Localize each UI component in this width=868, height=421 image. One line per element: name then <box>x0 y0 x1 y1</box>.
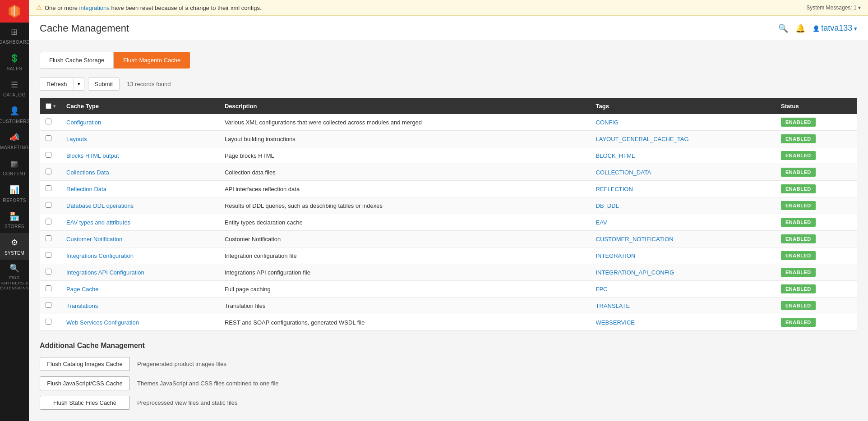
sales-icon: 💲 <box>9 53 20 64</box>
cache-type-link[interactable]: EAV types and attributes <box>66 219 130 226</box>
sidebar-item-partners[interactable]: 🔍 FIND PARTNERS & EXTENSIONS <box>0 260 29 295</box>
row-checkbox-cell <box>40 131 61 147</box>
magento-logo[interactable] <box>0 0 29 23</box>
additional-cache-description: Pregenerated product images files <box>137 361 226 367</box>
row-status: ENABLED <box>776 281 857 297</box>
additional-cache-description: Themes JavaScript and CSS files combined… <box>137 380 279 387</box>
row-description: API interfaces reflection data <box>219 181 591 197</box>
table-header-description: Description <box>219 98 591 114</box>
stores-icon: 🏪 <box>9 211 20 222</box>
row-tags: WEBSERVICE <box>591 314 776 331</box>
sidebar-item-system[interactable]: ⚙ SYSTEM <box>0 233 29 259</box>
sidebar-item-dashboard[interactable]: ⊞ DASHBOARD <box>0 23 29 49</box>
status-badge: ENABLED <box>781 168 816 177</box>
status-badge: ENABLED <box>781 151 816 160</box>
sidebar-item-catalog[interactable]: ☰ CATALOG <box>0 75 29 101</box>
partners-icon: 🔍 <box>9 263 20 274</box>
table-row: Database DDL operations Results of DDL q… <box>40 197 857 214</box>
search-icon[interactable]: 🔍 <box>778 23 788 33</box>
additional-cache-button[interactable]: Flush Catalog Images Cache <box>40 357 130 371</box>
sidebar-item-customers[interactable]: 👤 CUSTOMERS <box>0 101 29 128</box>
additional-cache-button[interactable]: Flush JavaScript/CSS Cache <box>40 376 130 390</box>
sidebar-item-sales[interactable]: 💲 SALES <box>0 49 29 75</box>
cache-type-link[interactable]: Reflection Data <box>66 186 106 192</box>
dashboard-icon: ⊞ <box>11 27 18 37</box>
cache-type-link[interactable]: Integrations Configuration <box>66 252 134 259</box>
status-badge: ENABLED <box>781 284 816 293</box>
system-messages[interactable]: System Messages: 1 ▾ <box>806 5 861 11</box>
row-checkbox[interactable] <box>46 285 51 291</box>
additional-cache-button[interactable]: Flush Static Files Cache <box>40 396 130 410</box>
cache-type-link[interactable]: Page Cache <box>66 286 99 293</box>
sidebar-item-content[interactable]: ▦ CONTENT <box>0 154 29 180</box>
select-all-checkbox[interactable] <box>46 103 51 109</box>
table-row: Integrations API Configuration Integrati… <box>40 264 857 281</box>
sidebar-item-marketing[interactable]: 📣 MARKETING <box>0 128 29 154</box>
cache-type-link[interactable]: Web Services Configuration <box>66 319 139 326</box>
row-checkbox[interactable] <box>46 252 51 258</box>
row-tags: LAYOUT_GENERAL_CACHE_TAG <box>591 131 776 147</box>
submit-button[interactable]: Submit <box>88 78 120 91</box>
cache-type-link[interactable]: Layouts <box>66 136 87 142</box>
row-checkbox-cell <box>40 197 61 214</box>
row-checkbox[interactable] <box>46 119 51 124</box>
cache-type-link[interactable]: Collections Data <box>66 169 109 176</box>
row-checkbox[interactable] <box>46 319 51 325</box>
table-row: Integrations Configuration Integration c… <box>40 247 857 264</box>
sidebar-item-reports[interactable]: 📊 REPORTS <box>0 180 29 206</box>
row-description: Full page caching <box>219 281 591 297</box>
row-checkbox[interactable] <box>46 235 51 241</box>
row-description: Integration configuration file <box>219 247 591 264</box>
cache-type-link[interactable]: Translations <box>66 302 98 309</box>
row-checkbox[interactable] <box>46 219 51 224</box>
system-icon: ⚙ <box>11 238 18 248</box>
row-cache-type: Configuration <box>61 114 219 131</box>
cache-type-link[interactable]: Configuration <box>66 119 101 126</box>
reports-icon: 📊 <box>9 185 20 195</box>
row-checkbox[interactable] <box>46 135 51 141</box>
row-cache-type: Database DDL operations <box>61 197 219 214</box>
records-count: 13 records found <box>127 81 171 87</box>
cache-type-link[interactable]: Integrations API Configuration <box>66 269 144 276</box>
sidebar-item-label: STORES <box>5 224 24 229</box>
row-checkbox[interactable] <box>46 202 51 208</box>
row-description: Various XML configurations that were col… <box>219 114 591 131</box>
row-description: Entity types declaration cache <box>219 214 591 231</box>
cache-type-link[interactable]: Customer Notification <box>66 236 122 243</box>
cache-table: ▾ Cache Type Description Tags Status Con… <box>40 98 857 331</box>
notifications-icon[interactable]: 🔔 <box>795 23 805 33</box>
cache-type-link[interactable]: Blocks HTML output <box>66 152 119 159</box>
row-cache-type: Page Cache <box>61 281 219 297</box>
row-checkbox-cell <box>40 164 61 181</box>
refresh-dropdown-button[interactable]: ▾ <box>74 78 84 91</box>
row-checkbox-cell <box>40 314 61 331</box>
warning-icon: ⚠ <box>36 4 42 12</box>
tab-flush-magento-cache[interactable]: Flush Magento Cache <box>114 52 190 69</box>
row-cache-type: Translations <box>61 297 219 314</box>
row-cache-type: Blocks HTML output <box>61 147 219 164</box>
sidebar-item-stores[interactable]: 🏪 STORES <box>0 207 29 233</box>
row-checkbox-cell <box>40 231 61 247</box>
row-checkbox[interactable] <box>46 302 51 308</box>
row-status: ENABLED <box>776 181 857 197</box>
row-cache-type: Layouts <box>61 131 219 147</box>
row-checkbox[interactable] <box>46 169 51 174</box>
row-checkbox[interactable] <box>46 269 51 275</box>
row-status: ENABLED <box>776 231 857 247</box>
row-tags: CUSTOMER_NOTIFICATION <box>591 231 776 247</box>
row-checkbox[interactable] <box>46 152 51 158</box>
integrations-link[interactable]: integrations <box>79 5 110 11</box>
cache-type-link[interactable]: Database DDL operations <box>66 202 134 209</box>
row-description: Customer Notification <box>219 231 591 247</box>
row-status: ENABLED <box>776 214 857 231</box>
additional-cache-section: Additional Cache Management Flush Catalo… <box>40 342 857 410</box>
refresh-button[interactable]: Refresh <box>40 78 74 91</box>
status-badge: ENABLED <box>781 118 816 127</box>
row-checkbox[interactable] <box>46 185 51 191</box>
row-status: ENABLED <box>776 247 857 264</box>
row-tags: FPC <box>591 281 776 297</box>
tab-row: Flush Cache Storage Flush Magento Cache <box>40 52 857 69</box>
customers-icon: 👤 <box>9 106 20 116</box>
tab-flush-cache-storage[interactable]: Flush Cache Storage <box>40 52 114 69</box>
user-menu[interactable]: 👤 tatva133 ▾ <box>813 23 857 33</box>
